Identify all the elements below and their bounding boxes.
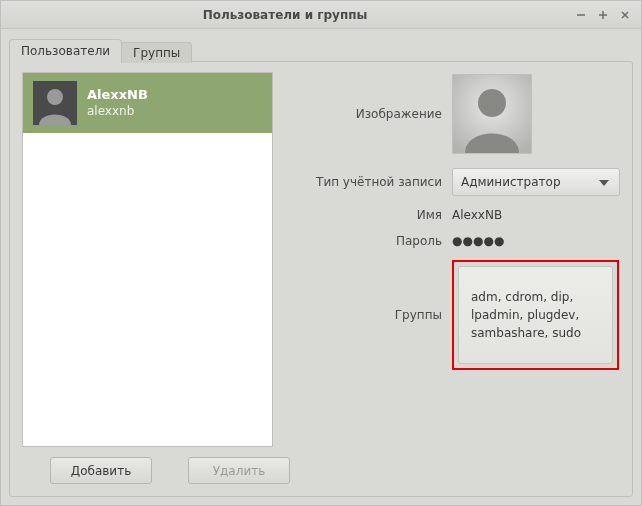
content-area: Пользователи Группы (1, 29, 641, 505)
label-password: Пароль (287, 234, 452, 248)
user-list-item[interactable]: AlexxNB alexxnb (23, 73, 272, 133)
account-type-dropdown[interactable]: Администратор (452, 168, 620, 196)
window: Пользователи и группы Пользователи Групп… (0, 0, 642, 506)
minimize-button[interactable] (571, 5, 591, 25)
user-names: AlexxNB alexxnb (87, 87, 148, 118)
delete-button[interactable]: Удалить (188, 457, 290, 484)
label-account-type: Тип учётной записи (287, 175, 452, 189)
user-display-name: AlexxNB (87, 87, 148, 103)
tab-users[interactable]: Пользователи (9, 39, 122, 62)
row-groups: Группы adm, cdrom, dip, lpadmin, plugdev… (287, 260, 620, 370)
name-value[interactable]: AlexxNB (452, 208, 502, 222)
window-title: Пользователи и группы (1, 8, 569, 22)
tabs-bar: Пользователи Группы (9, 35, 633, 61)
groups-button[interactable]: adm, cdrom, dip, lpadmin, plugdev, samba… (458, 266, 613, 364)
add-button[interactable]: Добавить (50, 457, 152, 484)
tab-groups[interactable]: Группы (121, 42, 192, 63)
label-image: Изображение (287, 107, 452, 121)
row-password: Пароль ●●●●● (287, 234, 620, 248)
button-row: Добавить Удалить (22, 447, 620, 484)
titlebar: Пользователи и группы (1, 1, 641, 29)
svg-point-8 (478, 89, 506, 117)
groups-value: adm, cdrom, dip, lpadmin, plugdev, samba… (471, 288, 600, 342)
user-list[interactable]: AlexxNB alexxnb (22, 72, 273, 447)
tab-panel: AlexxNB alexxnb Изображение (9, 61, 633, 497)
user-login-name: alexxnb (87, 104, 148, 119)
svg-point-6 (47, 89, 63, 105)
password-value[interactable]: ●●●●● (452, 234, 504, 248)
user-avatar-large[interactable] (452, 74, 532, 154)
chevron-down-icon (599, 175, 609, 189)
close-button[interactable] (615, 5, 635, 25)
account-type-value: Администратор (461, 175, 561, 189)
user-avatar-small (33, 81, 77, 125)
details-pane: Изображение (287, 72, 620, 447)
groups-highlight: adm, cdrom, dip, lpadmin, plugdev, samba… (452, 260, 619, 370)
label-groups: Группы (287, 308, 452, 322)
label-name: Имя (287, 208, 452, 222)
row-image: Изображение (287, 74, 620, 154)
row-account-type: Тип учётной записи Администратор (287, 168, 620, 196)
row-name: Имя AlexxNB (287, 208, 620, 222)
maximize-button[interactable] (593, 5, 613, 25)
body-row: AlexxNB alexxnb Изображение (22, 72, 620, 447)
